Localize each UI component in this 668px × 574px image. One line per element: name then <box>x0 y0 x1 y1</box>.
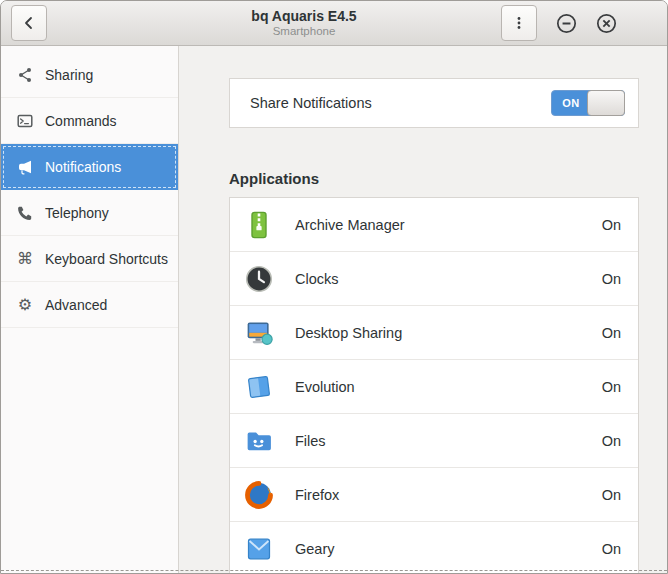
close-button[interactable] <box>591 8 621 38</box>
app-row-firefox[interactable]: Firefox On <box>230 468 638 522</box>
gear-icon: ⚙ <box>14 297 36 313</box>
app-row-archive-manager[interactable]: Archive Manager On <box>230 198 638 252</box>
sidebar-item-commands[interactable]: Commands <box>1 98 178 144</box>
sidebar-item-label: Keyboard Shortcuts <box>45 251 168 267</box>
app-name: Firefox <box>295 487 602 503</box>
app-state: On <box>602 541 621 557</box>
app-state: On <box>602 325 621 341</box>
notifications-panel: Share Notifications ON Applications Arch… <box>179 46 667 573</box>
app-state: On <box>602 379 621 395</box>
minimize-button[interactable] <box>551 8 581 38</box>
share-notifications-switch[interactable]: ON <box>551 90 625 116</box>
share-icon <box>14 67 36 83</box>
app-row-geary[interactable]: Geary On <box>230 522 638 573</box>
app-state: On <box>602 433 621 449</box>
phone-icon <box>14 205 36 221</box>
chevron-left-icon <box>21 15 37 31</box>
files-icon <box>244 426 274 456</box>
switch-on-label: ON <box>552 91 590 115</box>
app-name: Files <box>295 433 602 449</box>
app-row-evolution[interactable]: Evolution On <box>230 360 638 414</box>
megaphone-icon <box>14 159 36 175</box>
app-name: Desktop Sharing <box>295 325 602 341</box>
switch-handle[interactable] <box>587 90 625 116</box>
sidebar-item-label: Notifications <box>45 159 121 175</box>
share-notifications-label: Share Notifications <box>250 95 372 111</box>
app-row-desktop-sharing[interactable]: Desktop Sharing On <box>230 306 638 360</box>
desktop-sharing-icon <box>244 318 274 348</box>
app-name: Archive Manager <box>295 217 602 233</box>
app-state: On <box>602 271 621 287</box>
window-body: Sharing Commands Notifications Telephony <box>1 46 667 573</box>
window-resize-edge[interactable] <box>1 570 667 573</box>
sidebar-item-notifications[interactable]: Notifications <box>1 144 178 190</box>
applications-section-title: Applications <box>229 170 639 187</box>
clocks-icon <box>244 264 274 294</box>
app-state: On <box>602 487 621 503</box>
app-row-files[interactable]: Files On <box>230 414 638 468</box>
sidebar-item-keyboard-shortcuts[interactable]: ⌘ Keyboard Shortcuts <box>1 236 178 282</box>
app-row-clocks[interactable]: Clocks On <box>230 252 638 306</box>
back-button[interactable] <box>11 5 47 41</box>
app-state: On <box>602 217 621 233</box>
app-name: Geary <box>295 541 602 557</box>
window-subtitle: Smartphone <box>121 25 487 38</box>
archive-manager-icon <box>244 210 274 240</box>
terminal-icon <box>14 113 36 129</box>
app-name: Evolution <box>295 379 602 395</box>
evolution-icon <box>244 372 274 402</box>
sidebar-item-label: Advanced <box>45 297 107 313</box>
geary-icon <box>244 534 274 564</box>
applications-list: Archive Manager On Clocks On Desktop Sha… <box>229 197 639 573</box>
sidebar-item-label: Sharing <box>45 67 93 83</box>
sidebar-item-label: Commands <box>45 113 117 129</box>
sidebar-item-label: Telephony <box>45 205 109 221</box>
kebab-menu-icon <box>511 15 527 31</box>
command-key-icon: ⌘ <box>14 251 36 267</box>
sidebar: Sharing Commands Notifications Telephony <box>1 46 179 573</box>
header-right-controls <box>501 5 657 41</box>
firefox-icon <box>244 480 274 510</box>
gsconnect-preferences-window: bq Aquaris E4.5 Smartphone <box>0 0 668 574</box>
minimize-icon <box>556 13 577 34</box>
window-title: bq Aquaris E4.5 <box>121 8 487 24</box>
sidebar-item-sharing[interactable]: Sharing <box>1 52 178 98</box>
header-bar: bq Aquaris E4.5 Smartphone <box>1 1 667 46</box>
sidebar-item-advanced[interactable]: ⚙ Advanced <box>1 282 178 328</box>
share-notifications-row: Share Notifications ON <box>229 78 639 128</box>
close-icon <box>596 13 617 34</box>
app-name: Clocks <box>295 271 602 287</box>
menu-button[interactable] <box>501 5 537 41</box>
sidebar-item-telephony[interactable]: Telephony <box>1 190 178 236</box>
window-titles: bq Aquaris E4.5 Smartphone <box>121 8 487 38</box>
